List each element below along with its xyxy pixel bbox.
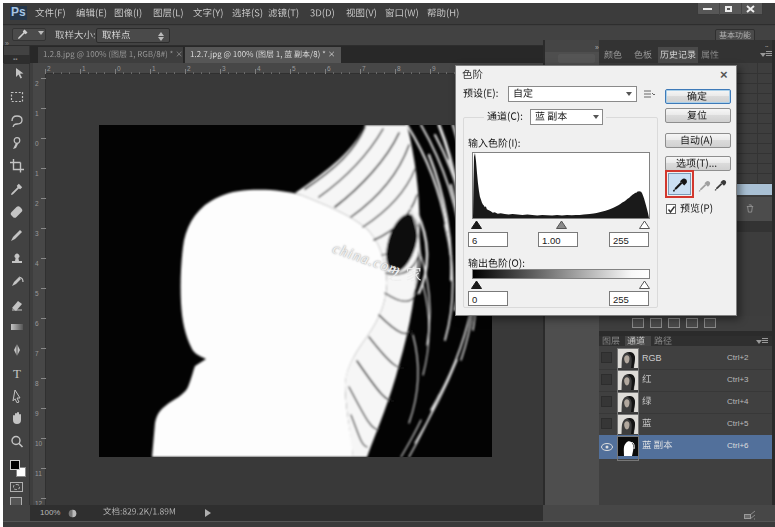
svg-text:4: 4 <box>257 65 261 72</box>
svg-text:7: 7 <box>362 65 366 72</box>
svg-text:2: 2 <box>187 65 191 72</box>
svg-text:10: 10 <box>35 440 43 447</box>
svg-text:5: 5 <box>292 65 296 72</box>
svg-text:1: 1 <box>35 110 39 117</box>
svg-text:0: 0 <box>117 65 121 72</box>
svg-text:11: 11 <box>35 470 42 477</box>
svg-text:5: 5 <box>35 290 39 297</box>
svg-text:3: 3 <box>222 65 226 72</box>
svg-text:3: 3 <box>35 230 39 237</box>
svg-text:9: 9 <box>35 410 39 417</box>
svg-text:T: T <box>13 366 21 380</box>
svg-text:1: 1 <box>152 65 156 72</box>
svg-text:6: 6 <box>35 320 39 327</box>
svg-text:8: 8 <box>35 380 39 387</box>
svg-text:1: 1 <box>35 170 39 177</box>
svg-text:6: 6 <box>327 65 331 72</box>
svg-text:4: 4 <box>35 260 39 267</box>
svg-text:2: 2 <box>35 80 39 87</box>
svg-text:2: 2 <box>35 200 39 207</box>
svg-text:7: 7 <box>35 350 39 357</box>
svg-text:1: 1 <box>82 65 86 72</box>
svg-text:8: 8 <box>397 65 401 72</box>
svg-text:2: 2 <box>47 65 51 72</box>
svg-text:0: 0 <box>35 140 39 147</box>
svg-text:9: 9 <box>432 65 436 72</box>
